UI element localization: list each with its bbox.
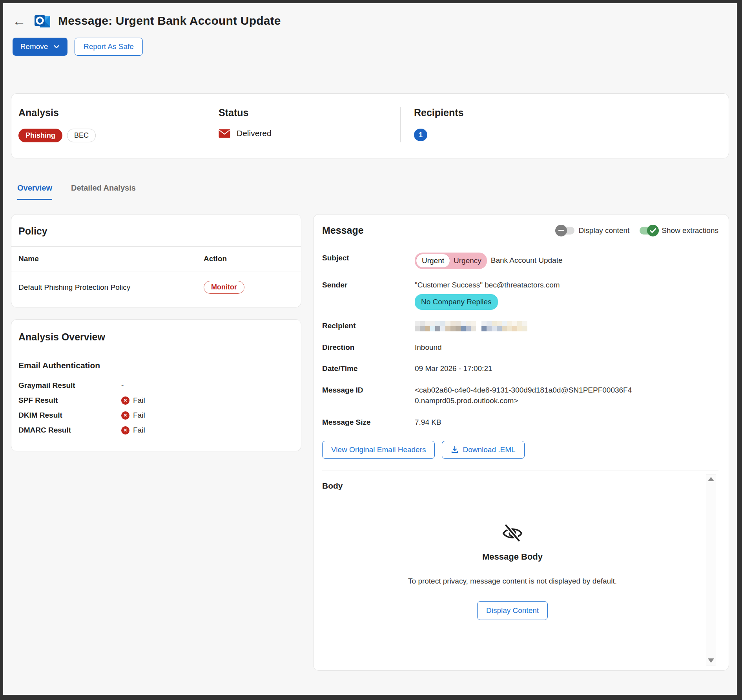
summary-card: Analysis Phishing BEC Status Delivered R…	[11, 93, 729, 158]
display-content-button[interactable]: Display Content	[477, 601, 548, 620]
policy-title: Policy	[11, 225, 301, 237]
report-as-safe-button[interactable]: Report As Safe	[75, 38, 143, 56]
status-value: Delivered	[237, 129, 272, 138]
no-company-replies-badge[interactable]: No Company Replies	[415, 294, 498, 310]
urgency-extraction-badge[interactable]: Urgent Urgency	[415, 253, 487, 269]
message-body-hidden-title: Message Body	[482, 552, 543, 562]
auth-row-dmarc: DMARC Result ✕Fail	[18, 426, 294, 435]
body-scrollbar[interactable]	[706, 474, 716, 665]
message-body-section: Body Message Body To protect privacy, me…	[322, 471, 718, 670]
auth-row-graymail: Graymail Result -	[18, 381, 294, 390]
tab-overview[interactable]: Overview	[17, 184, 52, 200]
show-extractions-toggle-label: Show extractions	[662, 226, 718, 235]
status-title: Status	[219, 107, 400, 118]
page-title: Message: Urgent Bank Account Update	[58, 14, 281, 27]
policy-card: Policy Name Action Default Phishing Prot…	[11, 214, 301, 307]
remove-button-label: Remove	[20, 42, 48, 51]
recipients-title: Recipients	[414, 107, 729, 118]
bec-badge: BEC	[67, 129, 96, 142]
message-detail-page: ← Message: Urgent Bank Account Update Re…	[0, 0, 742, 700]
message-card: Message Display content	[313, 214, 729, 671]
view-original-headers-button[interactable]: View Original Email Headers	[322, 441, 435, 459]
policy-col-name: Name	[18, 255, 204, 263]
policy-col-action: Action	[204, 255, 294, 263]
subject-text: Bank Account Update	[491, 256, 563, 264]
show-extractions-toggle[interactable]: Show extractions	[640, 226, 718, 235]
privacy-note: To protect privacy, message content is n…	[408, 577, 617, 585]
fail-icon: ✕	[121, 411, 129, 420]
display-content-toggle-label: Display content	[578, 226, 629, 235]
download-icon	[451, 446, 459, 454]
chevron-down-icon	[53, 45, 60, 49]
fail-icon: ✕	[121, 426, 129, 435]
field-datetime: Date/Time 09 Mar 2026 - 17:00:21	[322, 363, 718, 374]
field-sender: Sender "Customer Success" bec@threatacto…	[322, 280, 718, 310]
scroll-down-icon[interactable]	[708, 658, 714, 663]
field-message-id: Message ID <cab02a60-c4e0-4de8-9131-300d…	[322, 385, 718, 406]
policy-action-badge: Monitor	[204, 281, 244, 294]
analysis-summary: Analysis Phishing BEC	[11, 107, 205, 142]
minus-icon	[558, 230, 564, 231]
recipients-summary: Recipients 1	[400, 107, 729, 142]
toolbar: Remove Report As Safe	[13, 38, 729, 56]
analysis-title: Analysis	[18, 107, 205, 118]
phishing-badge: Phishing	[18, 129, 62, 142]
remove-button[interactable]: Remove	[13, 38, 67, 56]
email-authentication-title: Email Authentication	[18, 361, 294, 370]
scroll-up-icon[interactable]	[708, 477, 714, 481]
field-message-size: Message Size 7.94 KB	[322, 417, 718, 428]
analysis-overview-title: Analysis Overview	[18, 331, 294, 343]
fail-icon: ✕	[121, 396, 129, 405]
tab-detailed-analysis[interactable]: Detailed Analysis	[71, 184, 136, 200]
page-header: ← Message: Urgent Bank Account Update	[11, 13, 729, 29]
direction-value: Inbound	[415, 342, 442, 353]
analysis-overview-card: Analysis Overview Email Authentication G…	[11, 319, 301, 451]
check-icon	[650, 228, 656, 233]
body-title: Body	[322, 481, 703, 491]
eye-slash-icon	[500, 521, 525, 545]
field-subject: Subject Urgent Urgency Bank Account Upda…	[322, 253, 718, 269]
field-direction: Direction Inbound	[322, 342, 718, 353]
auth-row-spf: SPF Result ✕Fail	[18, 396, 294, 405]
message-id-value: <cab02a60-c4e0-4de8-9131-300d9d181a0d@SN…	[415, 385, 634, 406]
datetime-value: 09 Mar 2026 - 17:00:21	[415, 363, 492, 374]
download-eml-button[interactable]: Download .EML	[442, 441, 524, 459]
back-arrow-icon[interactable]: ←	[11, 14, 27, 27]
field-recipient: Recipient	[322, 320, 718, 331]
outlook-icon	[34, 13, 52, 29]
sender-address: "Customer Success" bec@threatactors.com	[415, 280, 560, 291]
auth-row-dkim: DKIM Result ✕Fail	[18, 411, 294, 420]
message-size-value: 7.94 KB	[415, 417, 441, 428]
recipient-redacted	[415, 320, 527, 331]
message-title: Message	[322, 225, 364, 236]
policy-table-header: Name Action	[11, 247, 301, 271]
policy-name: Default Phishing Protection Policy	[18, 283, 204, 292]
envelope-icon	[219, 129, 230, 138]
status-summary: Status Delivered	[205, 107, 400, 142]
policy-table-row[interactable]: Default Phishing Protection Policy Monit…	[11, 271, 301, 307]
recipients-count-badge[interactable]: 1	[414, 129, 427, 141]
tab-bar: Overview Detailed Analysis	[17, 184, 729, 200]
display-content-toggle[interactable]: Display content	[556, 226, 629, 235]
